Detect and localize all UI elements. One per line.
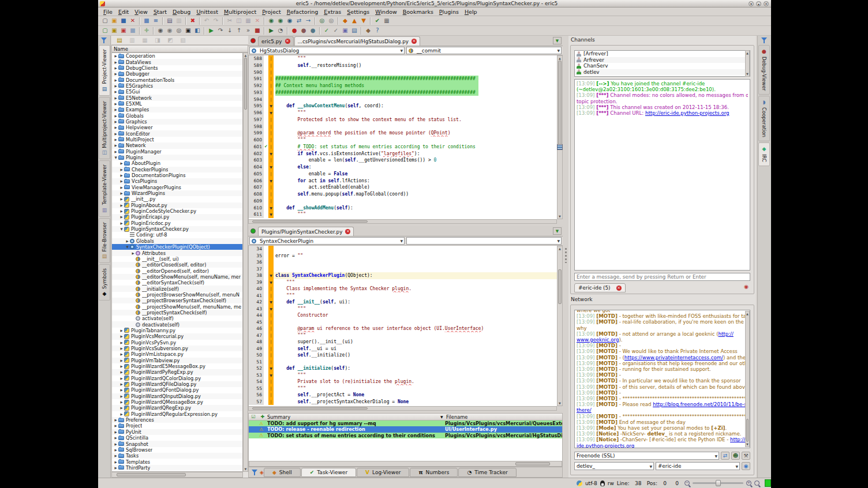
documentation-button[interactable]: ▤ (350, 27, 359, 35)
zoom-slider-thumb[interactable] (716, 480, 721, 486)
tree-item[interactable]: ▶PluginVcsMercurial.py (112, 333, 242, 339)
add-task-icon[interactable]: ✚ (258, 414, 267, 419)
zoom-reset-button[interactable]: ◎ (174, 27, 184, 35)
tree-vscrollbar[interactable]: ▲ ▼ (243, 52, 248, 472)
zoom-out-icon[interactable]: − (684, 481, 690, 486)
sidebar-tab-multiproject-viewer[interactable]: Multiproject-Viewer◫ (99, 97, 110, 160)
step-out-button[interactable]: ↑ (234, 27, 244, 35)
tree-item[interactable]: ▼Plugins (112, 155, 242, 160)
preview-button[interactable]: ◧ (193, 27, 202, 35)
scroll-up-icon[interactable]: ▲ (244, 54, 248, 57)
menu-bookmarks[interactable]: Bookmarks (400, 9, 436, 15)
editor-tab[interactable]: eric5.py× (258, 36, 294, 46)
tree-item[interactable]: ▶Globals (112, 112, 242, 118)
project-sources-button[interactable]: ▤ (115, 36, 124, 44)
zoom-in-icon[interactable]: + (746, 481, 751, 486)
goto-line-button[interactable]: → (304, 17, 313, 25)
editor-tab[interactable]: ...csPlugins/vcsMercurial/HgStatusDialog… (294, 36, 420, 46)
editor-tab[interactable]: Plugins/PluginSyntaxChecker.py× (258, 227, 354, 236)
tree-item[interactable]: activate(self) (112, 316, 242, 321)
tree-item[interactable]: ▶PluginManager (112, 149, 242, 155)
method-selector[interactable]: __commit▼ (406, 47, 562, 54)
tree-item[interactable]: ▶QScintilla (112, 435, 242, 441)
menu-project[interactable]: Project (259, 9, 284, 15)
project-others-button[interactable]: ▧ (178, 36, 188, 44)
autocomplete-button[interactable]: ▦ (382, 17, 391, 25)
user-list-item[interactable]: [Arfrever] (575, 51, 750, 57)
menu-view[interactable]: View (132, 9, 151, 15)
add-files-button[interactable]: ✚ (142, 27, 151, 35)
replace-button[interactable]: ⇄ (294, 17, 304, 25)
filter-icon[interactable] (101, 37, 107, 43)
tool-tab-shell[interactable]: ◆Shell (264, 468, 301, 477)
menu-help[interactable]: Help (462, 9, 480, 15)
tree-item[interactable]: ▶PluginWizardQFontDialog.py (112, 387, 242, 393)
tree-item[interactable]: ▶PluginWizardPyRegExp.py (112, 369, 242, 375)
code-style-check-button[interactable]: ✓ (331, 27, 341, 35)
network-scrollbar[interactable]: ▲ ▼ (745, 311, 750, 447)
filename-column-header[interactable]: Filename (446, 414, 467, 420)
filter-icon[interactable] (761, 37, 768, 43)
identities-button[interactable]: ☻ (731, 452, 740, 460)
tree-item[interactable]: ▶E5Graphics (112, 83, 242, 89)
save-as-button[interactable]: ■ (142, 17, 151, 25)
encoding-indicator[interactable]: utf-8 (585, 481, 597, 486)
bookmark-prev-button[interactable]: ▼ (359, 17, 368, 25)
tree-item[interactable]: ▶WizardPlugins (112, 190, 242, 196)
server-selector[interactable]: Freenode (SSL)▼ (574, 452, 719, 460)
spell-check-button[interactable]: ✔ (373, 17, 382, 25)
tree-item[interactable]: ▶PluginWizardQRegExp.py (112, 405, 242, 411)
tree-item[interactable]: ▶PluginWizardQMessageBox.py (112, 399, 242, 405)
panel-splitter[interactable] (563, 36, 568, 478)
tree-item[interactable]: ▶Tasks (112, 453, 242, 459)
tree-item[interactable]: ▶Attributes (112, 250, 242, 256)
tree-item[interactable]: ▶DebugClients (112, 65, 242, 71)
close-tab-icon[interactable]: × (345, 229, 350, 234)
project-interfaces-button[interactable]: ◩ (166, 36, 175, 44)
plugins-button[interactable]: ◆ (364, 27, 373, 35)
tree-item[interactable]: __projectBrowserSyntaxCheck(self) (112, 298, 242, 303)
tree-item[interactable]: ▶Helpviewer (112, 125, 242, 130)
bookmark-next-button[interactable]: ▲ (350, 17, 359, 25)
task-row[interactable]: ⚠TODO: release - reenable redirectionUI/… (249, 426, 562, 432)
search-next-button[interactable]: ◉ (276, 17, 285, 25)
search-in-files-button[interactable]: ◎ (317, 17, 327, 25)
search-button[interactable]: ◉ (267, 17, 276, 25)
tree-item[interactable]: __projectBrowserShowMenu(self, menuN (112, 292, 242, 298)
menu-multiproject[interactable]: Multiproject (221, 9, 259, 15)
menu-edit[interactable]: Edit (115, 9, 132, 15)
step-into-button[interactable]: ↓ (225, 27, 234, 35)
stop-debug-button[interactable]: ■ (253, 27, 262, 35)
zoom-slider[interactable] (693, 482, 743, 484)
breakpoint-next-button[interactable]: ● (299, 27, 308, 35)
tree-item[interactable]: ▶E5XML (112, 101, 242, 107)
save-button[interactable]: ■ (119, 17, 128, 25)
bookmark-toggle-button[interactable]: ◆ (341, 17, 350, 25)
project-translations-button[interactable]: ◨ (153, 36, 162, 44)
channel-tab[interactable]: #eric-ide (5) × (574, 283, 626, 292)
tree-item[interactable]: ▼PluginSyntaxChecker.py (112, 226, 242, 232)
channel-messages[interactable]: [13:09] [-->] You have joined the channe… (574, 79, 750, 271)
tree-item[interactable]: ▶Network (112, 142, 242, 148)
menu-start[interactable]: Start (151, 9, 170, 15)
delete-button[interactable]: ✕ (253, 17, 262, 25)
breakpoint-toggle-button[interactable]: ● (290, 27, 299, 35)
save-all-button[interactable]: ≡ (151, 17, 160, 25)
tree-hscrollbar[interactable] (111, 472, 243, 478)
userlist-scrollbar[interactable]: ▲ ▼ (745, 50, 750, 77)
close-channel-icon[interactable]: × (616, 286, 622, 291)
tree-item[interactable]: ▼SyntaxCheckerPlugin(QObject) (112, 244, 242, 250)
task-row[interactable]: ⚠TODO: set status of menu entries accord… (249, 433, 562, 438)
tree-item[interactable]: __projectSyntaxCheck(self) (112, 310, 242, 316)
menu-plugins[interactable]: Plugins (436, 9, 462, 15)
replace-in-files-button[interactable]: ◎ (327, 17, 336, 25)
tree-item[interactable]: ▶CheckerPlugins (112, 167, 242, 172)
user-list-item[interactable]: Arfrever (575, 57, 750, 63)
tree-item[interactable]: ▶VcsPlugins (112, 178, 242, 184)
paste-button[interactable]: ▦ (244, 17, 253, 25)
help-button[interactable]: ? (373, 27, 382, 35)
tree-item[interactable]: ▶PluginVcsPySvn.py (112, 340, 242, 346)
eol-linux-icon[interactable] (600, 481, 605, 486)
zoom-reset-icon[interactable] (754, 481, 760, 486)
tree-item[interactable]: ▶PluginWizardQRegularExpression.py (112, 411, 242, 417)
